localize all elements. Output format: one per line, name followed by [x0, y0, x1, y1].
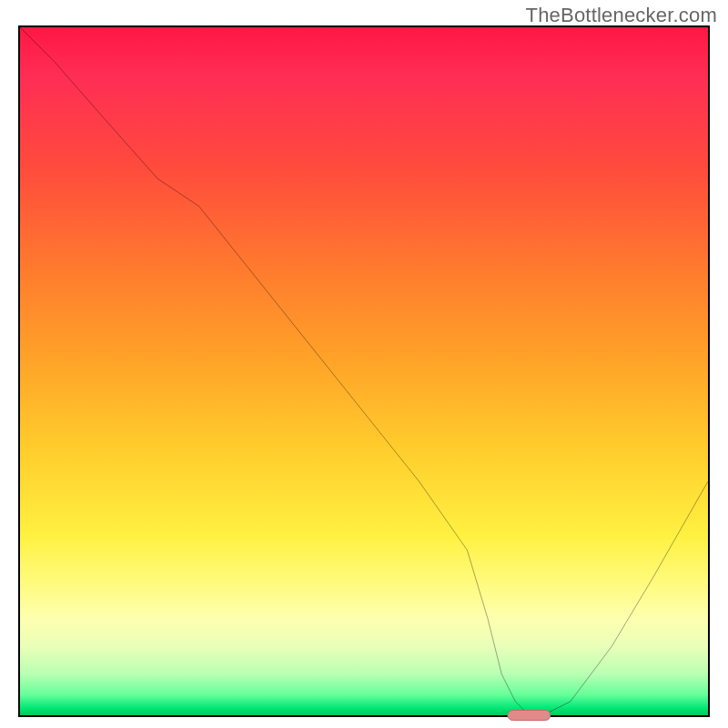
curve-layer	[20, 27, 708, 715]
bottleneck-curve	[20, 27, 708, 715]
plot-area	[20, 27, 708, 715]
watermark-text: TheBottlenecker.com	[526, 4, 717, 27]
optimum-marker	[508, 710, 551, 721]
chart-root: TheBottlenecker.com	[0, 0, 728, 728]
plot-frame	[18, 25, 710, 717]
